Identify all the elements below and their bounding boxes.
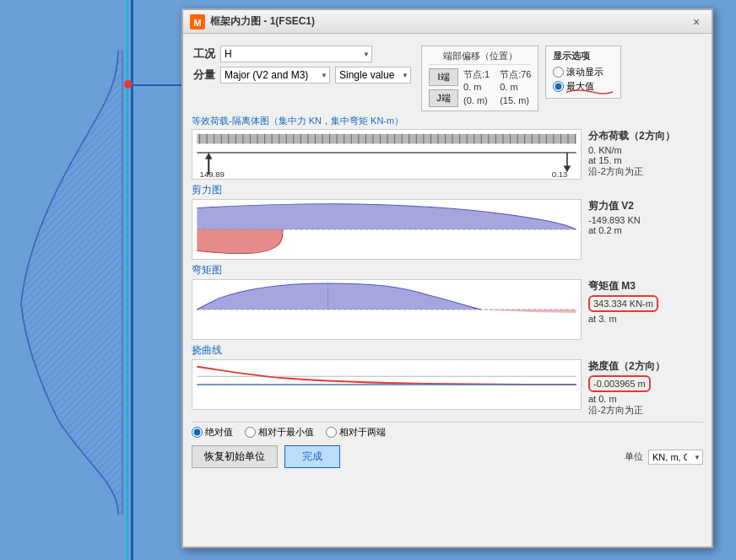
svg-text:0.13: 0.13: [552, 171, 568, 179]
end-displacement-title: 端部偏移（位置）: [429, 50, 531, 65]
relative-min-radio[interactable]: [245, 427, 256, 438]
dist-load-info: 分布荷载（2方向） 0. KN/m at 15. m 沿-2方向为正: [585, 129, 703, 180]
shear-value-label: 剪力值 V2: [588, 199, 703, 213]
left-sidebar: Ir: [0, 0, 181, 560]
moment-at: at 3. m: [588, 314, 703, 324]
relative-ends-label: 相对于两端: [339, 426, 386, 439]
top-section: 工况 H 分量 Major (V2 and M3): [192, 40, 703, 115]
moment-label: 弯矩图: [192, 263, 703, 277]
shear-chart-container: 剪力值 V2 -149.893 KN at 0.2 m: [192, 199, 703, 260]
deflection-label: 挠曲线: [192, 343, 703, 358]
eq-load-section: 等效荷载-隔离体图（集中力 KN，集中弯矩 KN-m）: [192, 115, 703, 180]
dist-load-direction: 沿-2方向为正: [588, 165, 703, 178]
moment-svg: [192, 280, 581, 339]
action-buttons-row: 恢复初始单位 完成 单位 KN, m, C: [192, 445, 703, 468]
unit-select[interactable]: KN, m, C: [648, 450, 703, 465]
dist-load-value: 0. KN/m: [588, 145, 703, 155]
relative-min-row[interactable]: 相对于最小值: [245, 426, 314, 439]
member-select2-wrapper[interactable]: Single valued: [335, 67, 411, 83]
dialog-body: 工况 H 分量 Major (V2 and M3): [183, 34, 712, 475]
shear-svg: [192, 200, 581, 259]
bottom-options-row: 绝对值 相对于最小值 相对于两端: [192, 422, 703, 440]
deflection-svg: [192, 360, 581, 409]
dist-load-at: at 15. m: [588, 155, 703, 165]
eq-load-chart-container: 149.89 0.13 分布荷载（2方向） 0. KN/m at 15. m 沿…: [192, 129, 703, 180]
form-fields: 工况 H 分量 Major (V2 and M3): [192, 46, 411, 83]
end-btn-group: I端 J端: [429, 68, 458, 107]
working-condition-select[interactable]: H: [220, 46, 372, 62]
deflection-chart-container: 挠度值（2方向） -0.003965 m at 0. m 沿-2方向为正: [192, 359, 703, 417]
deflection-chart: [192, 359, 582, 410]
moment-chart: [192, 279, 582, 340]
relative-ends-radio[interactable]: [326, 427, 337, 438]
working-condition-label: 工况: [192, 46, 215, 62]
shear-section: 剪力图: [192, 183, 703, 260]
deflection-value-label: 挠度值（2方向）: [588, 359, 703, 374]
j-end-button[interactable]: J端: [429, 89, 458, 107]
unit-select-wrapper[interactable]: KN, m, C: [648, 450, 703, 465]
close-button[interactable]: ×: [688, 13, 705, 30]
shear-info: 剪力值 V2 -149.893 KN at 0.2 m: [585, 199, 703, 260]
display-options-title: 显示选项: [553, 50, 614, 62]
relative-min-label: 相对于最小值: [258, 426, 314, 439]
reset-button[interactable]: 恢复初始单位: [192, 445, 278, 468]
absolute-label: 绝对值: [205, 426, 233, 439]
absolute-radio[interactable]: [192, 427, 203, 438]
done-button[interactable]: 完成: [284, 445, 340, 468]
node-j-info: 节点:76 0. m (15. m): [500, 68, 531, 107]
member-select1[interactable]: Major (V2 and M3): [220, 67, 330, 83]
dialog-titlebar[interactable]: M 框架内力图 - 1(FSEC1) ×: [183, 10, 712, 34]
moment-info: 弯矩值 M3 343.334 KN-m at 3. m: [585, 279, 703, 340]
member-select2[interactable]: Single valued: [335, 67, 411, 83]
svg-marker-59: [205, 153, 213, 159]
moment-value-label: 弯矩值 M3: [588, 279, 703, 293]
deflection-at: at 0. m: [588, 394, 703, 404]
display-options-section: 显示选项 滚动显示 最大值: [545, 46, 621, 99]
red-underline: [566, 89, 594, 95]
dialog-icon: M: [190, 14, 205, 30]
horizontal-line: [131, 84, 181, 86]
shear-label: 剪力图: [192, 183, 703, 197]
unit-label: 单位: [625, 450, 643, 463]
absolute-row[interactable]: 绝对值: [192, 426, 233, 439]
i-end-button[interactable]: I端: [429, 68, 458, 86]
moment-chart-container: 弯矩值 M3 343.334 KN-m at 3. m: [192, 279, 703, 340]
moment-section: 弯矩图: [192, 263, 703, 340]
member-label: 分量: [192, 67, 215, 83]
deflection-info: 挠度值（2方向） -0.003965 m at 0. m 沿-2方向为正: [585, 359, 703, 417]
end-displacement-section: 端部偏移（位置） I端 J端 节点:1 0. m (0. m) 节点:76: [421, 46, 538, 111]
unit-area: 单位 KN, m, C: [625, 450, 703, 465]
dist-load-label: 分布荷载（2方向）: [588, 129, 703, 143]
scroll-display-label: 滚动显示: [566, 66, 603, 78]
svg-rect-3: [197, 134, 576, 144]
shear-at: at 0.2 m: [588, 225, 703, 235]
svg-text:M: M: [193, 18, 201, 28]
member-select1-wrapper[interactable]: Major (V2 and M3): [220, 67, 330, 83]
bottom-radio-group: 绝对值 相对于最小值 相对于两端: [192, 426, 386, 440]
node-i-info: 节点:1 0. m (0. m): [463, 68, 490, 107]
scroll-display-radio[interactable]: [553, 67, 564, 78]
main-dialog: M 框架内力图 - 1(FSEC1) × 工况 H 分量: [181, 8, 713, 548]
scroll-display-row[interactable]: 滚动显示: [553, 66, 614, 78]
shear-value: -149.893 KN: [588, 215, 703, 225]
max-value-radio[interactable]: [553, 81, 564, 92]
member-row: 分量 Major (V2 and M3) Single valued: [192, 67, 411, 83]
structural-shape: [8, 51, 131, 514]
deflection-value: -0.003965 m: [588, 375, 651, 392]
shear-chart: [192, 199, 582, 260]
eq-load-chart: 149.89 0.13: [192, 129, 582, 180]
max-value-row[interactable]: 最大值: [553, 80, 614, 93]
deflection-direction: 沿-2方向为正: [588, 404, 703, 417]
working-condition-row: 工况 H: [192, 46, 411, 62]
eq-load-header: 等效荷载-隔离体图（集中力 KN，集中弯矩 KN-m）: [192, 115, 703, 127]
deflection-section: 挠曲线 挠度值（2方向）: [192, 343, 703, 417]
dialog-title: 框架内力图 - 1(FSEC1): [210, 14, 688, 29]
relative-ends-row[interactable]: 相对于两端: [326, 426, 386, 439]
svg-text:149.89: 149.89: [200, 171, 225, 179]
moment-value: 343.334 KN-m: [588, 295, 658, 312]
working-condition-select-wrapper[interactable]: H: [220, 46, 372, 62]
eq-load-svg: 149.89 0.13: [192, 130, 581, 179]
max-value-label: 最大值: [566, 80, 594, 93]
